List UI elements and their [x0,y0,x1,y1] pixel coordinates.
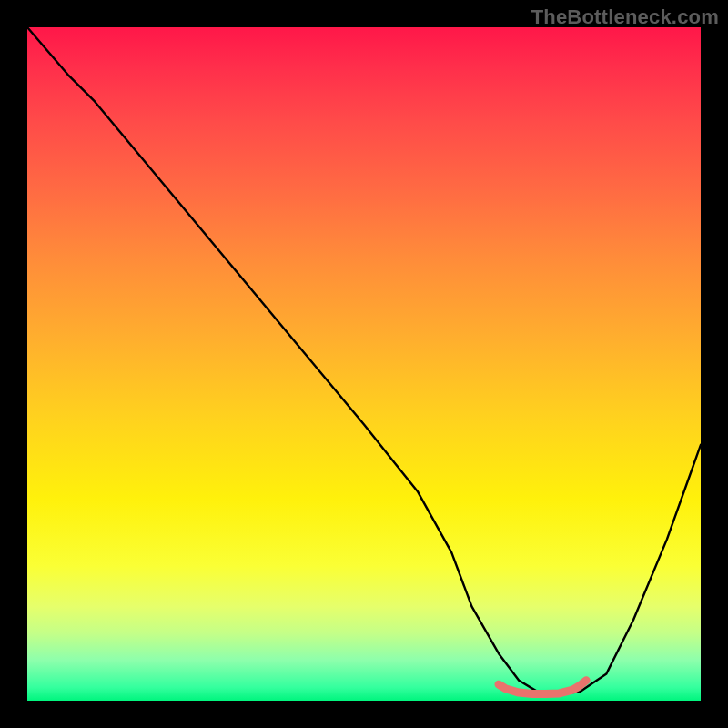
minimum-band-path [499,681,586,694]
plot-area [27,27,701,701]
chart-svg [27,27,701,701]
watermark-text: TheBottleneck.com [531,5,719,29]
bottleneck-curve-path [27,27,701,694]
